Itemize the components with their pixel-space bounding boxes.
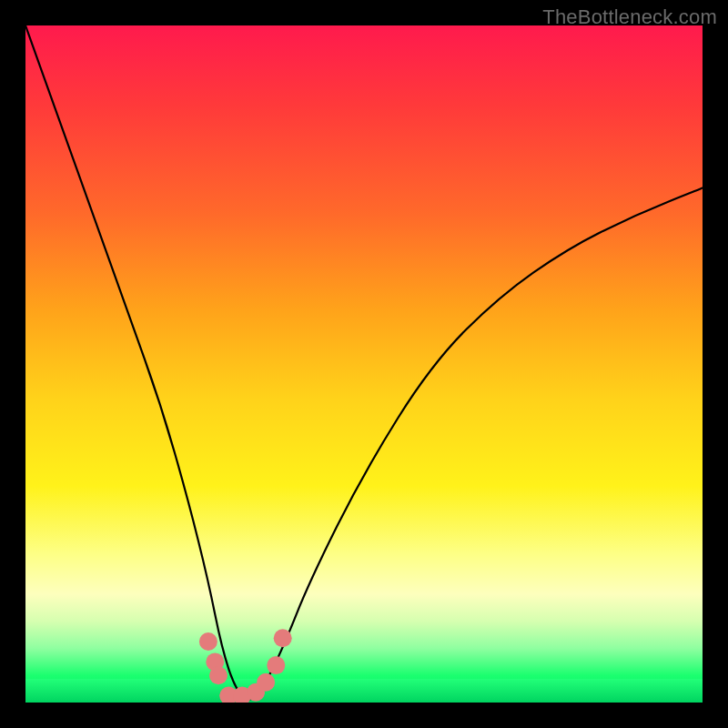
plot-area	[25, 25, 703, 703]
bottleneck-curve-path	[25, 25, 703, 699]
highlight-dot	[257, 673, 275, 692]
highlight-dot	[209, 666, 228, 684]
highlight-dot	[199, 632, 217, 651]
chart-frame: TheBottleneck.com	[0, 0, 728, 728]
highlight-dots-group	[199, 629, 292, 703]
watermark-text: TheBottleneck.com	[542, 5, 717, 29]
highlight-dot	[267, 656, 285, 674]
curve-layer	[25, 25, 703, 703]
highlight-dot	[274, 629, 292, 647]
